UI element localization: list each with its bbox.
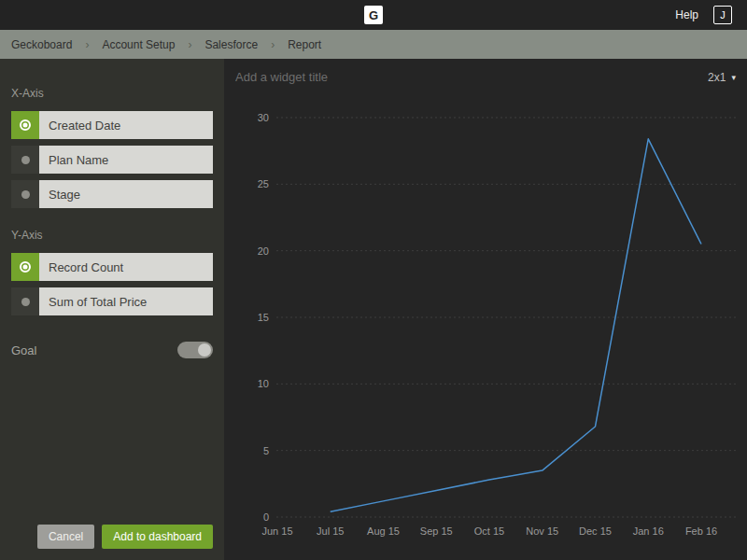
topbar: G Help J — [0, 0, 747, 30]
svg-text:Oct 15: Oct 15 — [474, 525, 504, 537]
option-label: Created Date — [39, 111, 213, 139]
svg-text:Jul 15: Jul 15 — [317, 525, 344, 537]
breadcrumb-item-report[interactable]: Report — [288, 38, 321, 51]
sidebar-footer: Cancel Add to dashboard — [37, 525, 213, 549]
x-axis-option-plan-name[interactable]: Plan Name — [11, 146, 213, 174]
chevron-right-icon: › — [85, 38, 89, 51]
svg-text:Jan 16: Jan 16 — [633, 525, 664, 537]
breadcrumb-item-salesforce[interactable]: Salesforce — [204, 38, 258, 51]
user-avatar[interactable]: J — [713, 6, 732, 24]
chevron-right-icon: › — [271, 38, 275, 51]
radio-icon — [11, 180, 39, 208]
svg-text:20: 20 — [258, 245, 269, 257]
option-label: Record Count — [39, 253, 213, 281]
y-axis-options: Record Count Sum of Total Price — [11, 253, 213, 315]
svg-text:5: 5 — [263, 445, 269, 456]
geckoboard-logo: G — [364, 6, 383, 24]
svg-text:Jun 15: Jun 15 — [261, 525, 292, 537]
toggle-knob — [198, 343, 211, 357]
goal-label: Goal — [11, 343, 36, 357]
svg-text:Feb 16: Feb 16 — [685, 525, 717, 537]
y-axis-option-record-count[interactable]: Record Count — [11, 253, 213, 281]
goal-toggle[interactable] — [177, 342, 213, 358]
radio-icon — [11, 111, 39, 139]
svg-text:Dec 15: Dec 15 — [579, 525, 612, 537]
radio-icon — [11, 146, 39, 174]
option-label: Stage — [39, 180, 213, 208]
help-link[interactable]: Help — [675, 8, 698, 21]
y-axis-section-label: Y-Axis — [11, 229, 224, 242]
widget-preview-panel: 2x1 ▾ 051015202530Jun 15Jul 15Aug 15Sep … — [224, 59, 747, 560]
breadcrumb: Geckoboard › Account Setup › Salesforce … — [0, 30, 747, 59]
option-label: Plan Name — [39, 146, 213, 174]
svg-text:0: 0 — [263, 511, 269, 523]
svg-text:15: 15 — [258, 312, 269, 323]
breadcrumb-item-account-setup[interactable]: Account Setup — [102, 38, 175, 51]
breadcrumb-item-geckoboard[interactable]: Geckoboard — [11, 38, 72, 51]
svg-text:10: 10 — [258, 378, 269, 389]
x-axis-section-label: X-Axis — [11, 87, 224, 100]
x-axis-options: Created Date Plan Name Stage — [11, 111, 213, 208]
radio-icon — [11, 253, 39, 281]
x-axis-option-created-date[interactable]: Created Date — [11, 111, 213, 139]
add-to-dashboard-button[interactable]: Add to dashboard — [102, 525, 213, 549]
svg-text:Sep 15: Sep 15 — [420, 525, 453, 537]
x-axis-option-stage[interactable]: Stage — [11, 180, 213, 208]
goal-row: Goal — [11, 342, 213, 358]
option-label: Sum of Total Price — [39, 287, 213, 315]
svg-text:30: 30 — [258, 112, 269, 123]
chevron-right-icon: › — [188, 38, 191, 51]
topbar-right: Help J — [675, 6, 747, 24]
line-chart: 051015202530Jun 15Jul 15Aug 15Sep 15Oct … — [224, 59, 747, 560]
cancel-button[interactable]: Cancel — [37, 525, 94, 549]
radio-icon — [11, 287, 39, 315]
svg-text:Nov 15: Nov 15 — [526, 525, 558, 537]
svg-text:Aug 15: Aug 15 — [367, 525, 400, 537]
y-axis-option-sum-total-price[interactable]: Sum of Total Price — [11, 287, 213, 315]
config-sidebar: X-Axis Created Date Plan Name Stage Y-Ax… — [0, 59, 224, 560]
svg-text:25: 25 — [258, 178, 269, 189]
